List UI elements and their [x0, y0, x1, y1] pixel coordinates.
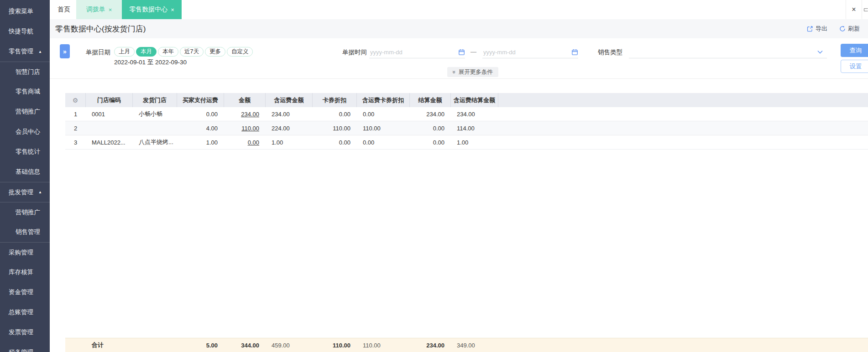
- expand-more-conditions-button[interactable]: » 展开更多条件: [447, 67, 498, 77]
- sidebar-item-7[interactable]: 零售统计: [0, 142, 50, 162]
- column-header-5[interactable]: 含运费金额: [266, 93, 313, 107]
- double-chevron-down-icon: »: [451, 71, 457, 74]
- sidebar-item-5[interactable]: 营销推广: [0, 102, 50, 122]
- column-header-7[interactable]: 含运费卡券折扣: [357, 93, 410, 107]
- sidebar-item-label: 税务管理: [9, 348, 33, 352]
- date-pill-0[interactable]: 上月: [114, 47, 135, 57]
- sidebar-item-6[interactable]: 会员中心: [0, 122, 50, 142]
- cell: 110.00: [224, 121, 266, 135]
- gear-icon[interactable]: ⚙: [73, 97, 78, 104]
- cell: 2: [65, 121, 86, 135]
- cell: 0.00: [313, 135, 357, 149]
- cell: 4.00: [177, 121, 224, 135]
- date-pill-3[interactable]: 近7天: [180, 47, 204, 57]
- doc-time-label: 单据时间: [342, 48, 367, 57]
- sidebar-item-4[interactable]: 零售商城: [0, 82, 50, 102]
- tab-close-icon[interactable]: ×: [171, 7, 174, 13]
- sale-type-select[interactable]: [629, 46, 827, 58]
- doc-time-end-input[interactable]: [482, 48, 571, 56]
- maximize-icon[interactable]: [862, 0, 868, 19]
- settings-button[interactable]: 设置: [841, 60, 868, 73]
- total-cell: 234.00: [410, 338, 451, 352]
- table-row-2[interactable]: 24.00110.00224.00110.00110.000.00114.00: [65, 121, 868, 135]
- export-button[interactable]: 导出: [807, 25, 827, 33]
- sidebar-item-label: 发票管理: [9, 328, 33, 336]
- total-cell: 110.00: [357, 338, 410, 352]
- date-pill-4[interactable]: 更多: [205, 47, 225, 57]
- sidebar-item-3[interactable]: 智慧门店: [0, 62, 50, 82]
- sidebar-item-9[interactable]: 批发管理▲: [0, 182, 50, 202]
- sidebar-item-17[interactable]: 税务管理: [0, 342, 50, 352]
- sidebar-item-14[interactable]: 资金管理: [0, 282, 50, 302]
- tab-label: 首页: [58, 5, 70, 14]
- range-dash: —: [471, 48, 476, 55]
- sidebar-item-2[interactable]: 零售管理▲: [0, 41, 50, 62]
- tab-bar: 首页调拨单×零售数据中心×: [50, 0, 868, 19]
- tab-1[interactable]: 调拨单×: [76, 0, 122, 19]
- calendar-icon[interactable]: [458, 49, 465, 56]
- sidebar-item-12[interactable]: 采购管理: [0, 242, 50, 262]
- column-header-3[interactable]: 买家支付运费: [177, 93, 224, 107]
- table-row-1[interactable]: 10001小畅小畅0.00234.00234.000.000.00234.002…: [65, 107, 868, 121]
- total-cell: 344.00: [224, 338, 266, 352]
- cell-filler: [498, 121, 868, 135]
- column-settings-header[interactable]: ⚙: [65, 93, 86, 107]
- date-pill-2[interactable]: 本年: [158, 47, 178, 57]
- cell: 1.00: [266, 135, 313, 149]
- amount-link[interactable]: 0.00: [248, 139, 259, 146]
- query-button[interactable]: 查询: [841, 44, 868, 57]
- expand-more-label: 展开更多条件: [459, 68, 493, 76]
- tab-2[interactable]: 零售数据中心×: [122, 0, 182, 19]
- date-pill-1[interactable]: 本月: [136, 47, 157, 57]
- data-table: ⚙门店编码发货门店买家支付运费金额含运费金额卡券折扣含运费卡券折扣结算金额含运费…: [65, 93, 868, 150]
- sidebar-item-8[interactable]: 基础信息: [0, 162, 50, 182]
- window-controls: ×: [846, 0, 868, 19]
- cell-filler: [498, 135, 868, 149]
- date-pill-5[interactable]: 自定义: [227, 47, 253, 57]
- column-header-8[interactable]: 结算金额: [410, 93, 451, 107]
- column-header-6[interactable]: 卡券折扣: [313, 93, 357, 107]
- export-label: 导出: [816, 25, 827, 33]
- sidebar: 搜索菜单快捷导航零售管理▲智慧门店零售商城营销推广会员中心零售统计基础信息批发管…: [0, 0, 50, 352]
- sidebar-item-1[interactable]: 快捷导航: [0, 21, 50, 41]
- column-header-2[interactable]: 发货门店: [133, 93, 177, 107]
- sidebar-item-label: 快捷导航: [9, 27, 33, 36]
- page-title: 零售数据中心(按发货门店): [55, 24, 146, 34]
- cell: 1.00: [451, 135, 498, 149]
- column-header-9[interactable]: 含运费结算金额: [451, 93, 498, 107]
- tab-0[interactable]: 首页: [52, 0, 76, 19]
- close-window-icon[interactable]: ×: [846, 0, 862, 19]
- refresh-button[interactable]: 刷新: [839, 25, 860, 33]
- tab-close-icon[interactable]: ×: [109, 7, 112, 13]
- sidebar-item-0[interactable]: 搜索菜单: [0, 1, 50, 21]
- column-header-4[interactable]: 金额: [224, 93, 266, 107]
- sidebar-item-label: 营销推广: [16, 208, 40, 217]
- column-header-filler: [498, 93, 868, 107]
- total-cell: [133, 338, 177, 352]
- column-header-1[interactable]: 门店编码: [86, 93, 133, 107]
- sidebar-item-11[interactable]: 销售管理: [0, 222, 50, 242]
- sidebar-item-label: 零售统计: [16, 148, 40, 156]
- total-cell-filler: [498, 338, 868, 352]
- cell: 0001: [86, 107, 133, 121]
- sidebar-item-15[interactable]: 总账管理: [0, 302, 50, 322]
- cell: 234.00: [410, 107, 451, 121]
- cell: 110.00: [357, 121, 410, 135]
- sidebar-item-10[interactable]: 营销推广: [0, 202, 50, 222]
- total-label: 合计: [86, 338, 133, 352]
- amount-link[interactable]: 234.00: [241, 111, 259, 118]
- sidebar-item-16[interactable]: 发票管理: [0, 322, 50, 342]
- table-row-3[interactable]: 3MALL2022...八点半烧烤...1.000.001.000.000.00…: [65, 135, 868, 150]
- doc-time-start-input[interactable]: [369, 48, 458, 56]
- calendar-icon[interactable]: [571, 49, 578, 56]
- amount-link[interactable]: 110.00: [241, 125, 259, 132]
- sidebar-item-label: 会员中心: [16, 128, 40, 136]
- sidebar-item-13[interactable]: 库存核算: [0, 262, 50, 282]
- doc-time-start-field: [369, 46, 465, 58]
- total-cell: 110.00: [313, 338, 357, 352]
- cell: MALL2022...: [86, 135, 133, 149]
- refresh-icon: [839, 26, 846, 32]
- collapse-filters-button[interactable]: »: [60, 44, 70, 58]
- cell: 0.00: [357, 135, 410, 149]
- chevron-down-icon: [817, 50, 823, 54]
